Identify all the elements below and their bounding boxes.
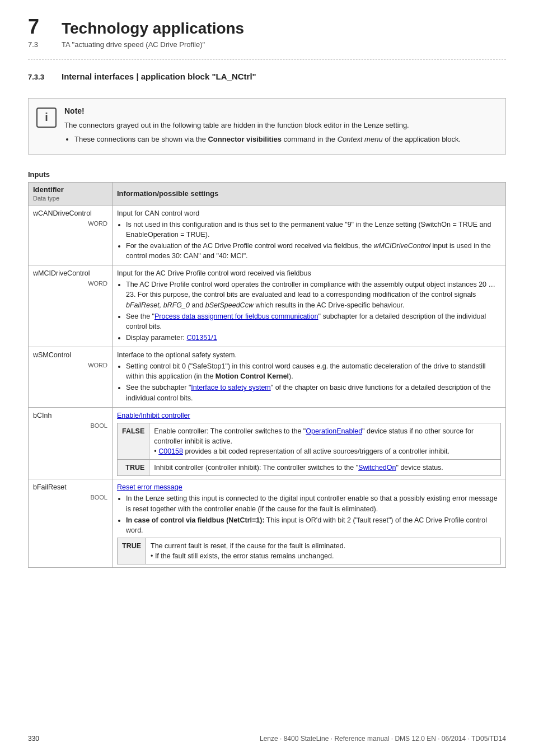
- bCInh-sub-table: FALSE Enable controller: The controller …: [117, 423, 501, 477]
- footer: 330 Lenze · 8400 StateLine · Reference m…: [28, 735, 506, 743]
- chapter-sub-title: TA "actuating drive speed (AC Drive Prof…: [62, 40, 205, 49]
- table-row: wMCIDriveControl WORD Input for the AC D…: [29, 265, 506, 347]
- row-info-bFailReset: Reset error message In the Lenze setting…: [113, 479, 506, 568]
- desc-true-failreset: The current fault is reset, if the cause…: [146, 538, 501, 564]
- row-id-wSMControl: wSMControl WORD: [29, 347, 113, 408]
- chapter-sub-header: 7.3 TA "actuating drive speed (AC Drive …: [28, 40, 506, 49]
- note-box: i Note! The connectors grayed out in the…: [28, 98, 506, 155]
- footer-page: 330: [28, 735, 39, 743]
- row-info-wMCIDriveControl: Input for the AC Drive Profile control w…: [113, 265, 506, 347]
- note-title: Note!: [64, 106, 495, 115]
- link-c01351[interactable]: C01351/1: [186, 334, 217, 342]
- desc-false: Enable controller: The controller switch…: [149, 423, 501, 459]
- val-false: FALSE: [118, 423, 149, 459]
- table-row: bCInh BOOL Enable/Inhibit controller FAL…: [29, 407, 506, 479]
- inputs-label: Inputs: [28, 170, 506, 179]
- val-true-failreset: TRUE: [118, 538, 146, 564]
- table-row: wCANDriveControl WORD Input for CAN cont…: [29, 205, 506, 265]
- chapter-num: 7: [28, 17, 62, 37]
- row-info-wCANDriveControl: Input for CAN control word Is not used i…: [113, 205, 506, 265]
- table-row: TRUE Inhibit controller (controller inhi…: [118, 460, 501, 476]
- row-id-bCInh: bCInh BOOL: [29, 407, 113, 479]
- table-row: FALSE Enable controller: The controller …: [118, 423, 501, 459]
- link-process-data-assignment[interactable]: Process data assignment for fieldbus com…: [154, 312, 318, 320]
- row-id-bFailReset: bFailReset BOOL: [29, 479, 113, 568]
- bFailReset-sub-table: TRUE The current fault is reset, if the …: [117, 538, 501, 564]
- footer-brand: Lenze · 8400 StateLine · Reference manua…: [260, 735, 506, 743]
- link-reset-error[interactable]: Reset error message: [117, 483, 182, 491]
- chapter-header: 7 Technology applications: [28, 17, 506, 38]
- link-enable-inhibit[interactable]: Enable/Inhibit controller: [117, 412, 190, 419]
- link-operation-enabled[interactable]: OperationEnabled: [306, 427, 362, 435]
- col-info: Information/possible settings: [113, 182, 506, 205]
- section-divider: [28, 59, 506, 59]
- note-content: Note! The connectors grayed out in the f…: [64, 106, 495, 146]
- row-id-wCANDriveControl: wCANDriveControl WORD: [29, 205, 113, 265]
- desc-true: Inhibit controller (controller inhibit):…: [149, 460, 501, 476]
- inputs-table: Identifier Data type Information/possibl…: [28, 182, 506, 568]
- chapter-sub-num: 7.3: [28, 40, 62, 49]
- page: 7 Technology applications 7.3 TA "actuat…: [0, 0, 534, 756]
- section-title: Internal interfaces | application block …: [62, 72, 256, 81]
- row-info-bCInh: Enable/Inhibit controller FALSE Enable c…: [113, 407, 506, 479]
- chapter-title: Technology applications: [62, 17, 244, 38]
- link-c00158[interactable]: C00158: [158, 447, 183, 455]
- val-true: TRUE: [118, 460, 149, 476]
- link-interface-safety[interactable]: Interface to safety system: [191, 384, 270, 391]
- section-num: 7.3.3: [28, 73, 62, 81]
- row-info-wSMControl: Interface to the optional safety system.…: [113, 347, 506, 408]
- link-switched-on[interactable]: SwitchedOn: [358, 464, 396, 472]
- table-row: wSMControl WORD Interface to the optiona…: [29, 347, 506, 408]
- note-text: The connectors grayed out in the followi…: [64, 120, 495, 145]
- table-row: TRUE The current fault is reset, if the …: [118, 538, 501, 564]
- col-identifier: Identifier Data type: [29, 182, 113, 205]
- table-row: bFailReset BOOL Reset error message In t…: [29, 479, 506, 568]
- note-icon: i: [36, 108, 57, 128]
- row-id-wMCIDriveControl: wMCIDriveControl WORD: [29, 265, 113, 347]
